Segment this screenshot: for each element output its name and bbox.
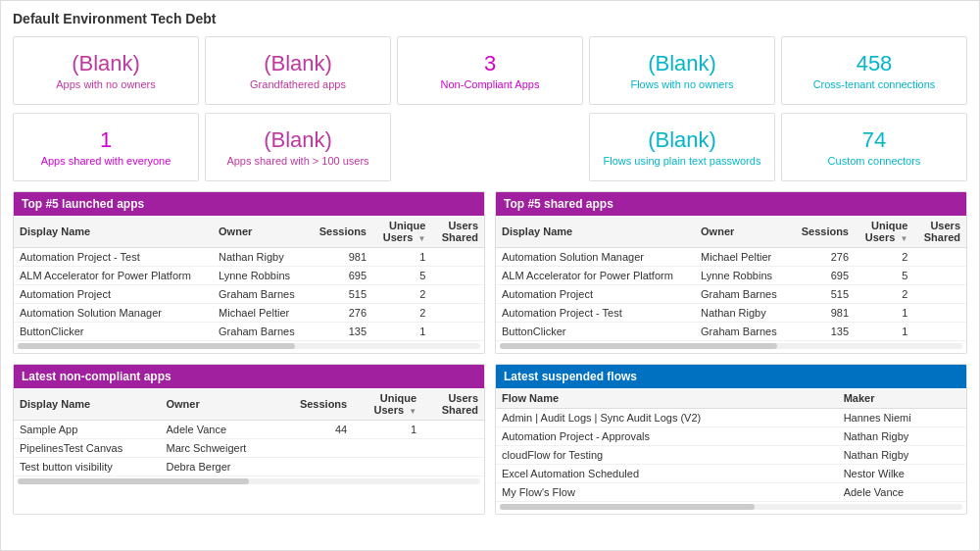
launched-apps-tbody: Automation Project - Test Nathan Rigby 9… [14,248,484,341]
kpi-value-4: 458 [857,51,893,76]
col-maker: Maker [838,388,966,409]
cell-name: ALM Accelerator for Power Platform [496,267,695,285]
cell-users-shared [913,323,966,341]
kpi-label-3: Flows with no owners [630,78,733,90]
cell-owner: Lynne Robbins [695,267,790,285]
table-row: Automation Project - Approvals Nathan Ri… [496,427,966,446]
kpi-card-1[interactable]: (Blank) Grandfathered apps [205,36,391,105]
cell-maker: Nestor Wilke [838,465,966,483]
cell-name: Automation Project [496,285,695,304]
col-display-name: Display Name [14,216,213,248]
kpi-row2: 1 Apps shared with everyone (Blank) Apps… [13,113,967,181]
shared-apps-table: Display Name Owner Sessions UniqueUsers … [496,216,966,341]
cell-flow-name: Automation Project - Approvals [496,427,838,446]
cell-flow-name: cloudFlow for Testing [496,446,838,465]
kpi-label-r2-4: Custom connectors [828,155,921,167]
cell-owner: Adele Vance [160,421,277,439]
sort-icon-nc: ▼ [409,407,416,416]
cell-users-shared [913,248,966,267]
cell-unique-users: 1 [372,248,431,267]
cell-unique-users [353,458,422,476]
launched-apps-table: Display Name Owner Sessions UniqueUsers … [14,216,484,341]
table-row: ButtonClicker Graham Barnes 135 1 [14,323,484,341]
cell-owner: Graham Barnes [695,285,790,304]
suspended-flows-thead-row: Flow Name Maker [496,388,966,409]
col-users-shared: UsersShared [431,216,484,248]
cell-sessions: 135 [790,323,855,341]
kpi-value-2: 3 [484,51,496,76]
cell-maker: Nathan Rigby [838,427,966,446]
shared-apps-scrollbar-thumb [500,343,777,349]
cell-name: Test button visibility [14,458,160,476]
noncompliant-apps-card: Latest non-compliant apps Display Name O… [13,364,485,515]
noncompliant-apps-thead-row: Display Name Owner Sessions UniqueUsers … [14,388,484,421]
col-sessions: Sessions [308,216,372,248]
cell-unique-users: 2 [372,285,431,304]
shared-apps-tbody: Automation Solution Manager Michael Pelt… [496,248,966,341]
cell-name: Automation Project [14,285,213,304]
noncompliant-apps-table: Display Name Owner Sessions UniqueUsers … [14,388,484,476]
col-display-name-nc: Display Name [14,388,160,421]
table-row: cloudFlow for Testing Nathan Rigby [496,446,966,465]
noncompliant-scrollbar-thumb [18,478,249,484]
cell-owner: Debra Berger [160,458,277,476]
table-row: Automation Project - Test Nathan Rigby 9… [14,248,484,267]
col-owner-nc: Owner [160,388,277,421]
launched-apps-thead-row: Display Name Owner Sessions UniqueUsers … [14,216,484,248]
tables-row-2: Latest non-compliant apps Display Name O… [13,364,967,515]
cell-users-shared [422,421,484,439]
kpi-card-3[interactable]: (Blank) Flows with no owners [589,36,775,105]
noncompliant-apps-header: Latest non-compliant apps [14,365,484,388]
kpi-card-0[interactable]: (Blank) Apps with no owners [13,36,199,105]
shared-apps-scrollbar[interactable] [500,343,962,349]
cell-users-shared [431,304,484,323]
col-owner: Owner [213,216,308,248]
kpi-card-r2-1[interactable]: (Blank) Apps shared with > 100 users [205,113,391,181]
cell-name: ALM Accelerator for Power Platform [14,267,213,285]
cell-sessions: 276 [308,304,372,323]
col-users-shared-s: UsersShared [913,216,966,248]
cell-sessions: 515 [308,285,372,304]
cell-name: Automation Project - Test [14,248,213,267]
cell-users-shared [913,304,966,323]
table-row: Excel Automation Scheduled Nestor Wilke [496,465,966,483]
launched-apps-card: Top #5 launched apps Display Name Owner … [13,191,485,354]
cell-unique-users: 5 [855,267,913,285]
col-unique-users: UniqueUsers ▼ [372,216,431,248]
cell-users-shared [913,285,966,304]
kpi-label-4: Cross-tenant connections [813,78,936,90]
kpi-card-2[interactable]: 3 Non-Compliant Apps [397,36,583,105]
col-display-name-s: Display Name [496,216,695,248]
col-unique-users-s: UniqueUsers ▼ [855,216,913,248]
kpi-card-r2-3[interactable]: (Blank) Flows using plain text passwords [589,113,775,181]
suspended-flows-scrollbar-thumb [500,504,755,510]
kpi-label-r2-3: Flows using plain text passwords [604,155,761,167]
launched-apps-scrollbar[interactable] [18,343,480,349]
kpi-value-1: (Blank) [264,51,332,76]
table-row: ALM Accelerator for Power Platform Lynne… [14,267,484,285]
cell-unique-users: 1 [855,304,913,323]
kpi-card-4[interactable]: 458 Cross-tenant connections [781,36,967,105]
suspended-flows-header: Latest suspended flows [496,365,966,388]
cell-sessions: 695 [790,267,855,285]
noncompliant-scrollbar[interactable] [18,478,480,484]
cell-sessions: 276 [790,248,855,267]
kpi-card-r2-0[interactable]: 1 Apps shared with everyone [13,113,199,181]
table-row: Automation Project Graham Barnes 515 2 [496,285,966,304]
kpi-value-0: (Blank) [72,51,140,76]
launched-apps-header: Top #5 launched apps [14,192,484,216]
kpi-row1: (Blank) Apps with no owners (Blank) Gran… [13,36,967,105]
cell-unique-users: 1 [372,323,431,341]
cell-users-shared [431,285,484,304]
col-flow-name: Flow Name [496,388,838,409]
suspended-flows-card: Latest suspended flows Flow Name Maker A… [495,364,967,515]
suspended-flows-tbody: Admin | Audit Logs | Sync Audit Logs (V2… [496,409,966,502]
suspended-flows-scrollbar[interactable] [500,504,962,510]
table-row: My Flow's Flow Adele Vance [496,483,966,502]
col-users-shared-nc: UsersShared [422,388,484,421]
table-row: Automation Solution Manager Michael Pelt… [14,304,484,323]
sort-icon-s: ▼ [900,234,907,243]
cell-unique-users: 2 [855,285,913,304]
kpi-card-r2-4[interactable]: 74 Custom connectors [781,113,967,181]
cell-sessions: 981 [790,304,855,323]
